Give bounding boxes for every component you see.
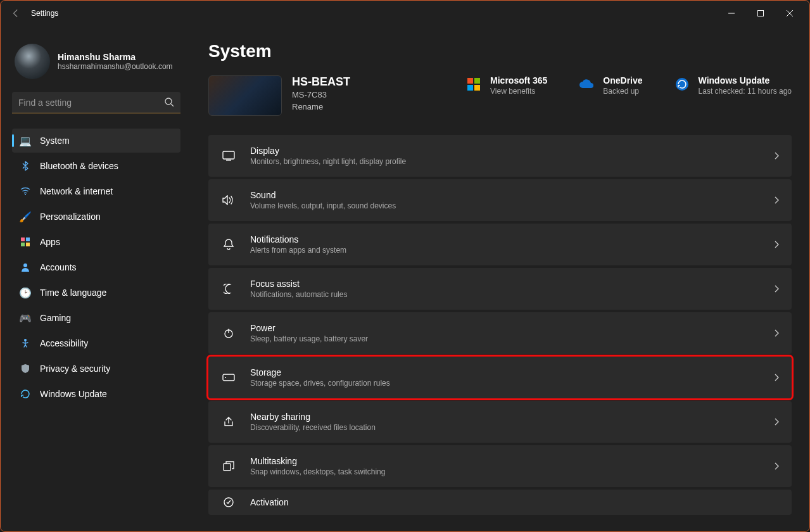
chevron-right-icon <box>774 329 779 337</box>
svg-rect-22 <box>224 464 231 471</box>
update-icon <box>673 75 691 93</box>
microsoft365-icon <box>465 75 483 93</box>
titlebar: Settings <box>1 1 809 26</box>
card-sub: Sleep, battery usage, battery saver <box>250 334 774 343</box>
sidebar-item-bluetooth[interactable]: Bluetooth & devices <box>12 154 180 178</box>
sidebar-item-label: Privacy & security <box>40 364 110 374</box>
apps-icon <box>20 236 31 248</box>
sidebar-item-label: Windows Update <box>40 389 107 399</box>
card-power[interactable]: PowerSleep, battery usage, battery saver <box>208 312 792 354</box>
onedrive-icon <box>578 75 595 93</box>
checkmark-icon <box>221 495 236 510</box>
card-multitasking[interactable]: MultitaskingSnap windows, desktops, task… <box>208 445 792 487</box>
svg-rect-6 <box>26 238 30 241</box>
status-sub: Backed up <box>603 87 642 96</box>
svg-rect-12 <box>474 78 480 84</box>
wifi-icon <box>20 186 31 197</box>
card-title: Sound <box>250 190 774 200</box>
sidebar-item-label: Gaming <box>40 313 71 323</box>
svg-rect-13 <box>467 85 473 91</box>
status-microsoft365[interactable]: Microsoft 365 View benefits <box>465 75 547 96</box>
sidebar-item-system[interactable]: 💻 System <box>12 129 180 153</box>
sidebar-item-label: Accounts <box>40 262 77 272</box>
sidebar: Himanshu Sharma hssharmahimanshu@outlook… <box>1 26 191 531</box>
pc-model: MS-7C83 <box>292 90 350 99</box>
svg-rect-20 <box>223 374 234 381</box>
paintbrush-icon: 🖌️ <box>20 211 31 222</box>
card-title: Focus assist <box>250 279 774 289</box>
card-title: Display <box>250 146 774 156</box>
card-title: Multitasking <box>250 456 774 466</box>
display-icon <box>221 148 236 163</box>
svg-rect-11 <box>467 78 473 84</box>
card-sub: Storage space, drives, configuration rul… <box>250 379 774 388</box>
user-account[interactable]: Himanshu Sharma hssharmahimanshu@outlook… <box>15 44 180 79</box>
chevron-right-icon <box>774 241 779 248</box>
card-notifications[interactable]: NotificationsAlerts from apps and system <box>208 224 792 265</box>
card-title: Nearby sharing <box>250 412 774 422</box>
bell-icon <box>221 237 236 252</box>
card-title: Activation <box>250 497 779 507</box>
sidebar-item-windows-update[interactable]: Windows Update <box>12 382 180 406</box>
sidebar-item-time[interactable]: 🕑 Time & language <box>12 281 180 305</box>
chevron-right-icon <box>774 418 779 426</box>
status-sub: Last checked: 11 hours ago <box>699 87 792 96</box>
sidebar-item-personalization[interactable]: 🖌️ Personalization <box>12 205 180 229</box>
status-title: Microsoft 365 <box>490 75 547 86</box>
svg-rect-1 <box>758 11 764 16</box>
sound-icon <box>221 193 236 208</box>
accessibility-icon <box>20 338 31 349</box>
sidebar-item-label: System <box>40 136 70 146</box>
gaming-icon: 🎮 <box>20 312 31 324</box>
sidebar-item-network[interactable]: Network & internet <box>12 179 180 203</box>
user-name: Himanshu Sharma <box>58 52 173 62</box>
sidebar-item-label: Bluetooth & devices <box>40 161 118 171</box>
sidebar-item-label: Network & internet <box>40 186 113 196</box>
minimize-button[interactable] <box>717 3 746 23</box>
card-focus-assist[interactable]: Focus assistNotifications, automatic rul… <box>208 268 792 310</box>
svg-rect-14 <box>474 85 480 91</box>
card-display[interactable]: DisplayMonitors, brightness, night light… <box>208 135 792 177</box>
status-windows-update[interactable]: Windows Update Last checked: 11 hours ag… <box>673 75 792 96</box>
clock-icon: 🕑 <box>20 287 31 298</box>
sidebar-item-label: Time & language <box>40 288 106 298</box>
chevron-right-icon <box>774 152 779 160</box>
app-title: Settings <box>31 9 58 18</box>
multitasking-icon <box>221 459 236 474</box>
close-button[interactable] <box>775 3 804 23</box>
nav: 💻 System Bluetooth & devices Network & i… <box>12 129 180 406</box>
sidebar-item-label: Apps <box>40 237 60 247</box>
page-title: System <box>208 41 792 61</box>
sidebar-item-gaming[interactable]: 🎮 Gaming <box>12 306 180 330</box>
card-sound[interactable]: SoundVolume levels, output, input, sound… <box>208 179 792 221</box>
search-input[interactable] <box>12 92 180 113</box>
card-nearby-sharing[interactable]: Nearby sharingDiscoverability, received … <box>208 401 792 443</box>
card-activation[interactable]: Activation <box>208 490 792 515</box>
card-sub: Notifications, automatic rules <box>250 290 774 299</box>
sidebar-item-accessibility[interactable]: Accessibility <box>12 331 180 355</box>
storage-icon <box>221 370 236 385</box>
status-onedrive[interactable]: OneDrive Backed up <box>578 75 642 96</box>
moon-icon <box>221 281 236 296</box>
card-title: Notifications <box>250 234 774 244</box>
sidebar-item-accounts[interactable]: Accounts <box>12 255 180 279</box>
maximize-button[interactable] <box>746 3 775 23</box>
shield-icon <box>20 363 31 374</box>
rename-link[interactable]: Rename <box>292 102 350 111</box>
card-title: Storage <box>250 367 774 377</box>
card-sub: Snap windows, desktops, task switching <box>250 467 774 476</box>
pc-thumbnail[interactable] <box>208 75 282 116</box>
chevron-right-icon <box>774 462 779 470</box>
pc-name: HS-BEAST <box>292 75 350 89</box>
status-sub: View benefits <box>490 87 547 96</box>
share-icon <box>221 414 236 429</box>
card-title: Power <box>250 323 774 333</box>
sidebar-item-privacy[interactable]: Privacy & security <box>12 357 180 381</box>
card-storage[interactable]: StorageStorage space, drives, configurat… <box>208 357 792 398</box>
sidebar-item-label: Accessibility <box>40 338 88 348</box>
sidebar-item-apps[interactable]: Apps <box>12 230 180 254</box>
chevron-right-icon <box>774 196 779 204</box>
back-button[interactable] <box>6 3 26 23</box>
svg-rect-16 <box>223 151 234 159</box>
power-icon <box>221 326 236 341</box>
